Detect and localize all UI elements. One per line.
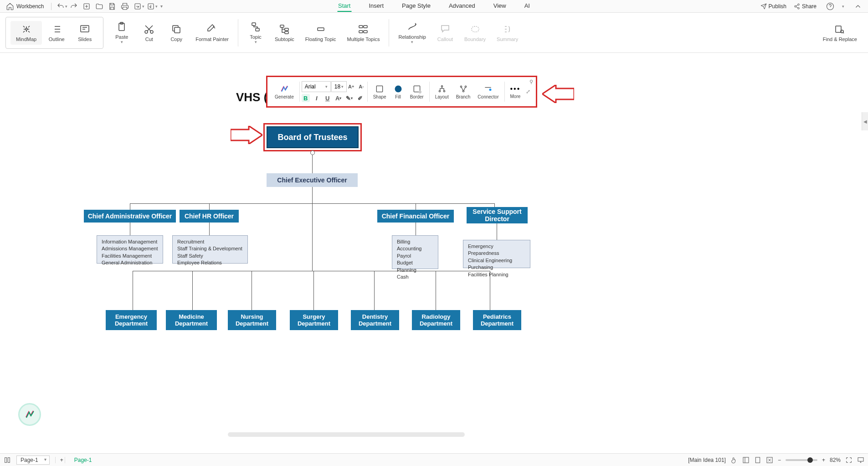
horizontal-scrollbar[interactable] <box>228 432 465 437</box>
print-icon[interactable] <box>121 2 129 10</box>
callout-button[interactable]: Callout <box>431 21 459 45</box>
fit-view-icon[interactable] <box>766 456 773 464</box>
home-icon[interactable] <box>6 2 14 10</box>
dept-node[interactable]: Medicine Department <box>166 310 217 330</box>
dept-node[interactable]: Pediatrics Department <box>473 310 521 330</box>
connector-button[interactable]: Connector <box>474 83 502 100</box>
find-replace-button[interactable]: Find & Replace <box>817 21 863 45</box>
italic-icon[interactable]: I <box>313 94 321 102</box>
fullscreen-icon[interactable] <box>845 456 853 464</box>
dept-node[interactable]: Emergency Department <box>106 310 157 330</box>
redo-icon[interactable] <box>70 2 78 10</box>
save-icon[interactable] <box>108 2 116 10</box>
floating-topic-button[interactable]: Floating Topic <box>300 21 342 45</box>
status-bar: Page-1 + Page-1 [Main Idea 101] − + 82% <box>0 453 868 466</box>
publish-button[interactable]: Publish <box>760 3 786 10</box>
add-page-button[interactable]: + <box>55 457 65 463</box>
page-tab[interactable]: Page-1 <box>69 457 98 463</box>
zoom-percent[interactable]: 82% <box>830 457 841 463</box>
font-color-icon[interactable]: A▾ <box>334 94 343 102</box>
generate-button[interactable]: Generate <box>271 83 298 100</box>
paste-button[interactable]: Paste ▾ <box>108 19 135 47</box>
menu-advanced[interactable]: Advanced <box>448 0 476 12</box>
pin-icon[interactable]: ⚲ <box>529 79 533 85</box>
svg-rect-24 <box>472 26 479 32</box>
branch-button[interactable]: Branch <box>452 83 474 100</box>
expand-handle-icon[interactable] <box>310 150 315 155</box>
officer-node[interactable]: Chief Administrative Officer <box>84 210 176 223</box>
svg-point-4 <box>795 5 796 7</box>
subtopic-button[interactable]: Subtopic <box>269 21 300 45</box>
side-panel-toggle[interactable]: ◀ <box>862 112 868 130</box>
workbench-label[interactable]: Workbench <box>16 3 44 10</box>
dept-node[interactable]: Radiology Department <box>412 310 460 330</box>
fill-button[interactable]: Fill <box>390 83 406 100</box>
import-icon[interactable] <box>147 2 155 10</box>
officer-node[interactable]: Chief Financial Officer <box>377 210 454 223</box>
copy-button[interactable]: Copy <box>163 21 190 45</box>
page-selector[interactable]: Page-1 <box>16 456 50 465</box>
detail-box[interactable]: Recruitment Staff Training & Development… <box>172 235 248 264</box>
svg-point-36 <box>462 90 464 92</box>
share-button[interactable]: Share <box>794 3 817 10</box>
svg-rect-14 <box>252 23 256 26</box>
clear-format-icon[interactable]: ✐ <box>356 94 365 102</box>
officer-node[interactable]: Chief HR Officer <box>180 210 239 223</box>
relationship-button[interactable]: Relationship ▾ <box>393 19 431 47</box>
dept-node[interactable]: Surgery Department <box>290 310 338 330</box>
summary-button[interactable]: Summary <box>491 21 524 45</box>
dept-node[interactable]: Nursing Department <box>228 310 276 330</box>
zoom-in-button[interactable]: + <box>822 457 825 463</box>
shape-button[interactable]: Shape <box>370 83 390 100</box>
topic-button[interactable]: Topic ▾ <box>242 19 269 47</box>
detail-box[interactable]: Billing Accounting Payrol Budget Plannin… <box>392 235 438 269</box>
hand-tool-icon[interactable] <box>730 456 738 464</box>
zoom-slider[interactable] <box>786 459 817 461</box>
cut-button[interactable]: Cut <box>135 21 163 45</box>
single-page-icon[interactable] <box>754 456 761 464</box>
format-painter-button[interactable]: Format Painter <box>190 21 234 45</box>
boundary-button[interactable]: Boundary <box>459 21 491 45</box>
ai-assistant-button[interactable] <box>18 403 41 426</box>
pages-panel-icon[interactable] <box>4 456 11 464</box>
expand-arrow-icon[interactable]: ⤢ <box>526 88 530 95</box>
bold-icon[interactable]: B <box>302 94 310 102</box>
ceo-node[interactable]: Chief Executive Officer <box>267 173 358 187</box>
collapse-ribbon-icon[interactable] <box>854 2 862 10</box>
detail-box[interactable]: Information Management Admissions Manage… <box>97 235 163 264</box>
outline-view-button[interactable]: Outline <box>43 21 70 45</box>
multiple-topics-button[interactable]: Multiple Topics <box>341 21 385 45</box>
mindmap-view-button[interactable]: MindMap <box>10 21 42 45</box>
more-quickaccess[interactable]: ▾ <box>160 4 163 9</box>
officer-node[interactable]: Service Support Director <box>467 207 528 223</box>
layout-view-icon[interactable] <box>742 456 750 464</box>
border-button[interactable]: Border <box>406 83 427 100</box>
svg-rect-23 <box>364 31 367 33</box>
layout-button[interactable]: Layout <box>431 83 452 100</box>
menu-view[interactable]: View <box>493 0 507 12</box>
new-icon[interactable] <box>82 2 91 10</box>
svg-rect-40 <box>743 457 749 463</box>
svg-point-35 <box>465 86 466 87</box>
menu-insert[interactable]: Insert <box>368 0 385 12</box>
increase-font-icon[interactable]: A+ <box>347 83 355 91</box>
canvas[interactable]: VHS ( ⚲ Generate ▾ ▾ A+ A- B I U A▾ ✎▾ <box>0 53 868 453</box>
decrease-font-icon[interactable]: A- <box>357 83 365 91</box>
presentation-icon[interactable] <box>857 456 864 464</box>
zoom-out-button[interactable]: − <box>778 457 781 463</box>
highlight-icon[interactable]: ✎▾ <box>345 94 354 102</box>
menu-pagestyle[interactable]: Page Style <box>401 0 431 12</box>
menu-ai[interactable]: AI <box>524 0 531 12</box>
root-node[interactable]: Board of Trustees <box>263 123 362 151</box>
slides-view-button[interactable]: Slides <box>71 21 98 45</box>
export-icon[interactable] <box>134 2 142 10</box>
undo-icon[interactable] <box>56 2 65 10</box>
open-icon[interactable] <box>95 2 103 10</box>
dept-node[interactable]: Dentistry Department <box>351 310 399 330</box>
menu-start[interactable]: Start <box>337 0 351 12</box>
help-icon[interactable] <box>826 2 834 10</box>
underline-icon[interactable]: U <box>324 94 332 102</box>
more-button[interactable]: ••• More <box>507 84 524 100</box>
detail-box[interactable]: Emergency Preparedness Clinical Engineer… <box>463 240 530 268</box>
font-size-select[interactable] <box>331 81 347 92</box>
